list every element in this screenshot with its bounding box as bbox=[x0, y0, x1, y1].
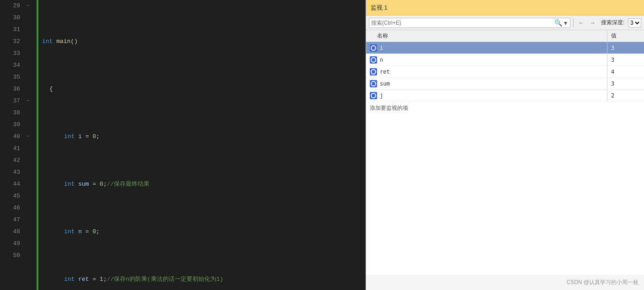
line-num-43: 43 bbox=[0, 166, 20, 178]
code-line-32: int sum = 0;//保存最终结果 bbox=[42, 178, 366, 190]
watch-row-sum[interactable]: sum 3 bbox=[366, 78, 644, 90]
watch-row-sum-name: sum bbox=[366, 78, 607, 89]
line-num-33: 33 bbox=[0, 48, 20, 59]
code-line-34: int ret = 1;//保存n的阶乘(乘法的话一定要初始化为1) bbox=[42, 274, 366, 285]
toolbar-separator-1 bbox=[573, 18, 574, 27]
watch-row-j-value: 2 bbox=[607, 90, 644, 101]
gutter: − − − bbox=[24, 0, 37, 290]
line-num-39: 39 bbox=[0, 119, 20, 131]
line-num-38: 38 bbox=[0, 107, 20, 119]
watch-row-ret-name: ret bbox=[366, 66, 607, 77]
add-watch[interactable]: 添加要监视的项 bbox=[366, 102, 644, 115]
fold-40[interactable]: − bbox=[25, 133, 31, 140]
watch-row-ret-value: 4 bbox=[607, 66, 644, 77]
line-num-47: 47 bbox=[0, 214, 20, 226]
nav-forward-button[interactable]: → bbox=[588, 18, 597, 27]
search-dropdown-button[interactable]: ▾ bbox=[563, 19, 568, 27]
watch-row-n-name: n bbox=[366, 54, 607, 65]
col-name-header: 名称 bbox=[366, 30, 607, 42]
search-box[interactable]: 🔍 ▾ bbox=[369, 18, 570, 28]
line-num-32: 32 bbox=[0, 36, 20, 48]
line-num-41: 41 bbox=[0, 143, 20, 155]
watch-table: 名称 值 i 3 n 3 ret 4 bbox=[366, 30, 644, 275]
search-input[interactable] bbox=[371, 20, 554, 26]
watch-row-j-name: j bbox=[366, 90, 607, 101]
func-name-main: main bbox=[56, 36, 70, 48]
keyword-int-main: int bbox=[42, 36, 53, 48]
watch-row-n[interactable]: n 3 bbox=[366, 54, 644, 66]
watch-title-bar: 监视 1 bbox=[366, 0, 644, 16]
line-num-45: 45 bbox=[0, 190, 20, 202]
watch-row-i-name: i bbox=[366, 42, 607, 54]
watch-toolbar: 🔍 ▾ ← → 搜索深度: 3 1 2 4 5 bbox=[366, 16, 644, 30]
line-num-44: 44 bbox=[0, 178, 20, 190]
line-num-48: 48 bbox=[0, 226, 20, 238]
line-num-31: 31 bbox=[0, 24, 20, 36]
watch-row-i-value: 3 bbox=[607, 42, 644, 54]
line-num-34: 34 bbox=[0, 59, 20, 71]
search-button[interactable]: 🔍 bbox=[554, 19, 563, 27]
watch-row-i[interactable]: i 3 bbox=[366, 42, 644, 54]
watch-row-n-value: 3 bbox=[607, 54, 644, 65]
var-icon-i bbox=[370, 44, 377, 52]
var-icon-j bbox=[370, 92, 377, 99]
code-editor: 29 30 31 32 33 34 35 36 37 38 39 40 41 4… bbox=[0, 0, 366, 290]
watermark: CSDN @认真学习的小周一枚 bbox=[366, 275, 644, 290]
watch-row-sum-value: 3 bbox=[607, 78, 644, 89]
col-value-header: 值 bbox=[607, 30, 644, 42]
code-line-33: int n = 0; bbox=[42, 226, 366, 238]
line-num-40: 40 bbox=[0, 131, 20, 143]
var-icon-sum bbox=[370, 80, 377, 87]
code-line-29: int main() bbox=[42, 36, 366, 48]
line-num-42: 42 bbox=[0, 155, 20, 166]
nav-back-button[interactable]: ← bbox=[576, 18, 586, 27]
code-lines: int main() { int i = 0; int sum = 0;//保存… bbox=[38, 0, 366, 290]
watch-panel: 监视 1 🔍 ▾ ← → 搜索深度: 3 1 2 4 5 名称 值 bbox=[366, 0, 644, 290]
watch-row-j[interactable]: j 2 bbox=[366, 90, 644, 102]
code-line-31: int i = 0; bbox=[42, 131, 366, 143]
watch-title: 监视 1 bbox=[371, 4, 388, 12]
code-line-30: { bbox=[42, 83, 366, 95]
line-numbers: 29 30 31 32 33 34 35 36 37 38 39 40 41 4… bbox=[0, 0, 24, 290]
line-num-49: 49 bbox=[0, 238, 20, 250]
line-num-36: 36 bbox=[0, 83, 20, 95]
line-num-29: 29 bbox=[0, 0, 20, 12]
line-num-37: 37 bbox=[0, 95, 20, 107]
line-num-30: 30 bbox=[0, 12, 20, 24]
fold-37[interactable]: − bbox=[25, 97, 31, 104]
watch-row-ret[interactable]: ret 4 bbox=[366, 66, 644, 78]
line-num-46: 46 bbox=[0, 202, 20, 214]
line-num-50: 50 bbox=[0, 250, 20, 262]
line-num-35: 35 bbox=[0, 71, 20, 83]
fold-29[interactable]: − bbox=[25, 2, 31, 9]
watch-table-header: 名称 值 bbox=[366, 30, 644, 42]
var-icon-n bbox=[370, 56, 377, 64]
var-icon-ret bbox=[370, 68, 377, 75]
depth-label: 搜索深度: bbox=[601, 19, 624, 27]
depth-select[interactable]: 3 1 2 4 5 bbox=[628, 18, 641, 27]
